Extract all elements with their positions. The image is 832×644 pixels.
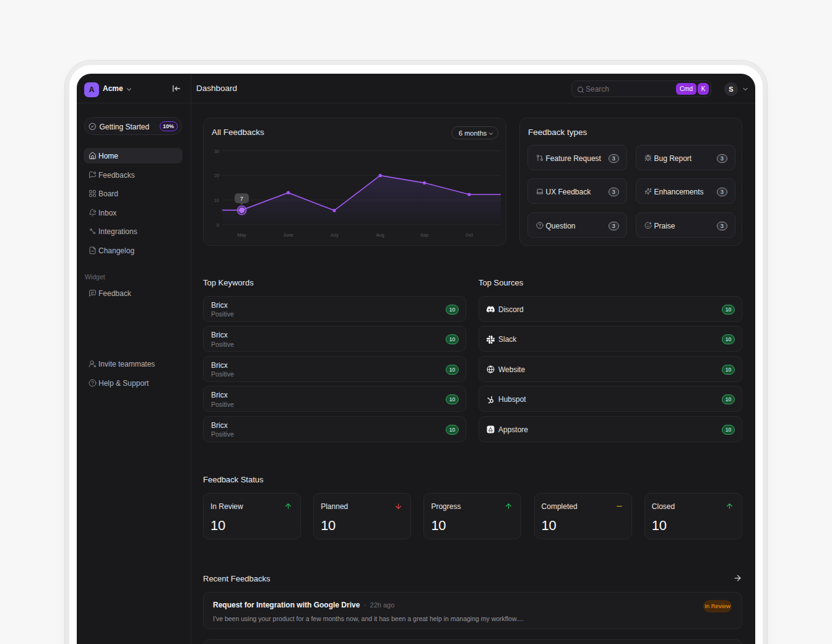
svg-text:Oct: Oct [466,232,474,238]
svg-text:20: 20 [214,173,219,178]
svg-text:Sep: Sep [420,232,428,238]
svg-text:June: June [283,232,293,238]
svg-text:May: May [237,232,246,238]
svg-text:30: 30 [214,149,219,154]
svg-text:10: 10 [214,198,219,203]
svg-text:Aug: Aug [376,232,384,238]
svg-text:7: 7 [240,195,243,202]
svg-text:0: 0 [217,222,219,228]
svg-text:July: July [330,232,339,238]
